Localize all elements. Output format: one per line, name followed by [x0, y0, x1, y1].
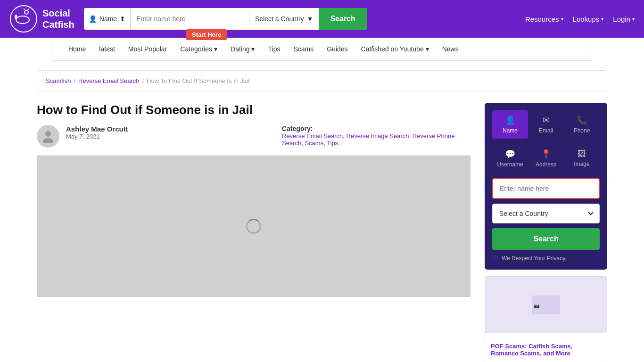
nav-lookups[interactable]: Lookups ▾ [573, 15, 604, 23]
address-tab-icon: 📍 [541, 149, 551, 159]
username-tab-icon: 💬 [505, 149, 515, 159]
logo-link[interactable]: Social Catfish [9, 5, 74, 33]
name-tab-icon: 👤 [505, 115, 515, 125]
tab-email[interactable]: ✉ Email [528, 110, 564, 139]
cat-reverse-email[interactable]: Reverse Email Search [282, 132, 343, 140]
svg-point-0 [10, 6, 37, 32]
article-area: How to Find Out if Someone is in Jail As… [37, 103, 471, 362]
search-tabs-row2: 💬 Username 📍 Address 🖼 Image [492, 144, 600, 173]
nav-most-popular[interactable]: Most Popular [122, 38, 173, 60]
article-image [37, 156, 471, 297]
breadcrumb: Scamfish / Reverse Email Search / How To… [37, 70, 607, 91]
username-tab-label: Username [497, 161, 523, 168]
content-grid: How to Find Out if Someone is in Jail As… [37, 103, 607, 362]
main-content: Scamfish / Reverse Email Search / How To… [27, 61, 617, 362]
cat-scams[interactable]: Scams [305, 140, 323, 147]
category-label: Category: [282, 125, 471, 132]
search-type-chevron: ⬍ [120, 15, 125, 23]
nav-resources[interactable]: Resources ▾ [525, 15, 563, 23]
author-row: Ashley Mae Orcutt May 7, 2021 Category: … [37, 125, 471, 156]
svg-text:📷: 📷 [534, 303, 540, 309]
category-area: Category: Reverse Email Search, Reverse … [282, 125, 471, 147]
address-tab-label: Address [536, 161, 556, 168]
secondary-nav: Home latest Most Popular Categories ▾ Da… [52, 38, 592, 61]
nav-dating[interactable]: Dating ▾ [224, 38, 261, 60]
svg-point-5 [45, 131, 51, 137]
search-name-input[interactable] [131, 8, 249, 30]
article-title: How to Find Out if Someone is in Jail [37, 103, 471, 117]
name-tab-label: Name [503, 127, 518, 134]
logo-line1: Social [42, 8, 70, 18]
pof-widget-image: 📷 [485, 277, 607, 333]
nav-tips[interactable]: Tips [261, 38, 287, 60]
loading-spinner [246, 219, 261, 234]
nav-categories[interactable]: Categories ▾ [173, 38, 224, 60]
lookups-chevron: ▾ [601, 16, 603, 22]
author-info: Ashley Mae Orcutt May 7, 2021 [66, 125, 128, 140]
svg-line-4 [27, 8, 29, 10]
nav-home[interactable]: Home [62, 38, 92, 60]
logo-line2: Catfish [42, 19, 74, 30]
tab-username[interactable]: 💬 Username [492, 144, 528, 173]
breadcrumb-sep2: / [142, 77, 144, 84]
author-date: May 7, 2021 [66, 133, 128, 140]
image-tab-label: Image [574, 161, 589, 167]
search-type-dropdown[interactable]: 👤 Name ⬍ [84, 8, 131, 30]
phone-tab-icon: 📞 [577, 115, 587, 125]
logo-text: Social Catfish [42, 8, 74, 30]
pof-widget[interactable]: 📷 POF Scams: Catfish Scams, Romance Scam… [485, 276, 607, 362]
pof-widget-content: POF Scams: Catfish Scams, Romance Scams,… [485, 333, 607, 362]
svg-line-3 [24, 8, 25, 10]
logo-icon [9, 5, 38, 33]
nav-news[interactable]: News [436, 38, 465, 60]
nav-scams[interactable]: Scams [287, 38, 320, 60]
search-type-icon: 👤 [89, 15, 97, 23]
main-search-bar: 👤 Name ⬍ Select a Country ▼ Search [84, 8, 367, 30]
resources-chevron: ▾ [561, 16, 563, 22]
nav-login[interactable]: Login ▾ [613, 15, 635, 23]
breadcrumb-sep1: / [74, 77, 75, 84]
author-name: Ashley Mae Orcutt [66, 125, 128, 133]
widget-country-select[interactable]: Select a Country [492, 204, 600, 223]
country-label: Select a Country [255, 15, 304, 23]
image-tab-icon: 🖼 [578, 149, 586, 159]
phone-tab-label: Phone [574, 127, 590, 134]
svg-point-1 [16, 16, 29, 24]
tab-name[interactable]: 👤 Name [492, 110, 528, 139]
search-widget: 👤 Name ✉ Email 📞 Phone 💬 User [485, 103, 607, 270]
privacy-label: We Respect Your Privacy. [502, 255, 567, 262]
site-header: Social Catfish 👤 Name ⬍ Select a Country… [0, 0, 644, 38]
youtube-chevron: ▾ [426, 45, 429, 53]
sidebar: 👤 Name ✉ Email 📞 Phone 💬 User [485, 103, 607, 362]
header-search-button[interactable]: Search [319, 8, 366, 30]
svg-point-6 [43, 138, 53, 143]
categories-chevron: ▾ [214, 45, 217, 53]
widget-name-input[interactable] [492, 178, 600, 199]
start-here-badge[interactable]: Start Here [186, 29, 227, 40]
author-avatar [37, 125, 59, 148]
cat-tips[interactable]: Tips [327, 140, 338, 147]
widget-search-button[interactable]: Search [492, 228, 600, 250]
search-tabs: 👤 Name ✉ Email 📞 Phone [492, 110, 600, 139]
tab-image[interactable]: 🖼 Image [564, 144, 600, 173]
svg-point-2 [25, 10, 28, 14]
tab-address[interactable]: 📍 Address [528, 144, 564, 173]
email-tab-label: Email [539, 127, 553, 134]
nav-catfished-youtube[interactable]: Catfished on Youtube ▾ [355, 38, 436, 60]
pof-widget-title: POF Scams: Catfish Scams, Romance Scams,… [491, 343, 601, 357]
login-chevron: ▾ [632, 16, 635, 22]
search-type-label: Name [99, 15, 117, 23]
shield-icon: 🛡 [492, 255, 499, 262]
nav-latest[interactable]: latest [92, 38, 121, 60]
tab-phone[interactable]: 📞 Phone [564, 110, 600, 139]
breadcrumb-reverse-email[interactable]: Reverse Email Search [78, 77, 139, 84]
country-chevron: ▼ [307, 15, 314, 23]
cat-reverse-image[interactable]: Reverse Image Search [347, 132, 409, 140]
header-nav: Resources ▾ Lookups ▾ Login ▾ [525, 15, 635, 23]
category-links: Reverse Email Search, Reverse Image Sear… [282, 132, 471, 147]
header-country-select[interactable]: Select a Country ▼ [249, 8, 319, 30]
privacy-note: 🛡 We Respect Your Privacy. [492, 255, 600, 262]
breadcrumb-scamfish[interactable]: Scamfish [46, 77, 71, 84]
email-tab-icon: ✉ [543, 115, 550, 125]
nav-guides[interactable]: Guides [320, 38, 354, 60]
